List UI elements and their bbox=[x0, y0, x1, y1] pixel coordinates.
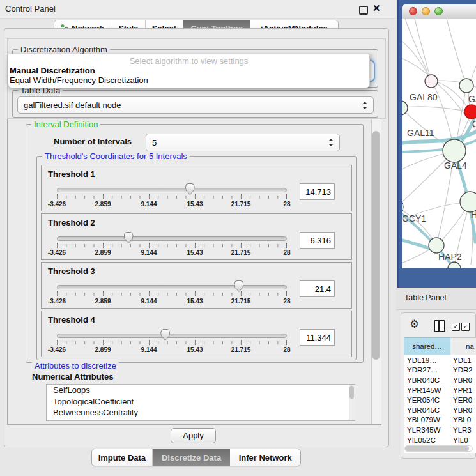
table-row[interactable]: YLR345WYLR3 bbox=[404, 425, 476, 435]
cell-shared-name[interactable]: YBR045C bbox=[404, 406, 450, 414]
tick-label: 21.715 bbox=[231, 249, 251, 256]
slider-track[interactable] bbox=[57, 188, 287, 192]
cell-shared-name[interactable]: YDR27… bbox=[404, 366, 450, 374]
slider-handle[interactable] bbox=[124, 232, 134, 243]
cell-shared-name[interactable]: YER054C bbox=[404, 396, 450, 404]
table-row[interactable]: YER054CYER0 bbox=[404, 395, 476, 405]
node-selected-red[interactable] bbox=[464, 105, 476, 119]
table-row[interactable]: YDL19…YDL1 bbox=[404, 355, 476, 365]
dropdown-option-manual[interactable]: Manual Discretization bbox=[10, 66, 95, 75]
attribute-list-item[interactable]: SelfLoops bbox=[47, 385, 355, 396]
cell-name[interactable]: YDL1 bbox=[450, 357, 476, 364]
table-row[interactable]: YBR045CYBR0 bbox=[404, 405, 476, 415]
table-row[interactable]: YBL079WYBL0 bbox=[404, 415, 476, 426]
slider-handle[interactable] bbox=[185, 183, 195, 195]
tick-label: 21.715 bbox=[231, 346, 251, 353]
number-of-intervals-combobox[interactable]: 5 bbox=[146, 134, 340, 151]
tab-infer-network[interactable]: Infer Network bbox=[230, 449, 300, 466]
node-label: GA bbox=[468, 94, 476, 104]
threshold-value-field[interactable]: 21.4 bbox=[300, 280, 335, 297]
slider-minor-ticks bbox=[57, 341, 287, 344]
tick-label: -3.426 bbox=[48, 298, 66, 305]
slider-tick-labels: -3.4262.8599.14415.4321.71528 bbox=[57, 298, 287, 305]
cell-name[interactable]: YLR3 bbox=[450, 426, 476, 434]
table-row[interactable]: YBR043CYBR0 bbox=[404, 375, 476, 385]
cell-name[interactable]: YIL0 bbox=[450, 436, 476, 444]
attributes-scrollbar-thumb[interactable] bbox=[349, 386, 354, 399]
node-attribute-table[interactable]: shared… na YDL19…YDL1YDR27…YDR2YBR043CYB… bbox=[404, 337, 476, 453]
threshold-label: Threshold 3 bbox=[48, 266, 95, 276]
close-traffic-light-icon[interactable] bbox=[409, 7, 417, 15]
network-canvas[interactable]: GAL80 GA C GAL11 GAL4 GCY1 H HAP2 bbox=[402, 19, 476, 268]
threshold-1-slider[interactable]: -3.4262.8599.14415.4321.71528 bbox=[57, 186, 287, 209]
gear-icon[interactable]: ⚙ bbox=[410, 318, 419, 331]
node-label: HAP2 bbox=[438, 252, 462, 262]
slider-handle[interactable] bbox=[160, 329, 170, 341]
cell-name[interactable]: YDR2 bbox=[450, 366, 476, 374]
cell-name[interactable]: YER0 bbox=[450, 396, 476, 404]
tab-impute-data[interactable]: Impute Data bbox=[92, 449, 153, 466]
tick-label: -3.426 bbox=[48, 249, 66, 256]
threshold-value-field[interactable]: 14.713 bbox=[300, 183, 335, 200]
node-top-right[interactable] bbox=[459, 79, 473, 93]
slider-track[interactable] bbox=[57, 285, 287, 289]
table-row[interactable]: YPR145WYPR1 bbox=[404, 385, 476, 395]
threshold-value-field[interactable]: 6.316 bbox=[300, 232, 335, 249]
node-hap2[interactable] bbox=[429, 238, 444, 253]
threshold-4-slider[interactable]: -3.4262.8599.14415.4321.71528 bbox=[57, 332, 287, 355]
network-window-titlebar[interactable] bbox=[402, 4, 476, 19]
tab-label: Discretize Data bbox=[162, 453, 221, 463]
network-graph: GAL80 GA C GAL11 GAL4 GCY1 H HAP2 bbox=[402, 19, 476, 268]
numerical-attributes-label: Numerical Attributes bbox=[32, 372, 113, 381]
node-gal11[interactable] bbox=[402, 101, 408, 115]
cell-name[interactable]: YBR0 bbox=[450, 406, 476, 414]
table-data-combobox[interactable]: galFiltered.sif default node bbox=[17, 96, 374, 114]
slider-track[interactable] bbox=[57, 334, 287, 338]
attribute-list-item[interactable]: BetweennessCentrality bbox=[47, 407, 355, 418]
column-header-name[interactable]: na bbox=[450, 337, 476, 355]
cell-shared-name[interactable]: YIL052C bbox=[404, 436, 450, 444]
threshold-3-slider[interactable]: -3.4262.8599.14415.4321.71528 bbox=[57, 283, 287, 306]
tick-label: 28 bbox=[283, 201, 290, 208]
cell-shared-name[interactable]: YBR043C bbox=[404, 376, 450, 384]
control-panel-titlebar: Control Panel ✕ bbox=[0, 0, 396, 19]
node-gal4[interactable] bbox=[443, 139, 466, 162]
split-view-icon[interactable] bbox=[434, 320, 445, 332]
slider-track[interactable] bbox=[57, 236, 287, 241]
numerical-attributes-list[interactable]: SelfLoopsTopologicalCoefficientBetweenne… bbox=[46, 384, 355, 421]
table-row[interactable]: YDR27…YDR2 bbox=[404, 365, 476, 376]
tick-label: -3.426 bbox=[48, 346, 66, 353]
float-window-icon[interactable] bbox=[359, 6, 368, 15]
cell-name[interactable]: YBL0 bbox=[450, 416, 476, 424]
threshold-value-field[interactable]: 11.344 bbox=[300, 329, 335, 346]
cell-name[interactable]: YBR0 bbox=[450, 376, 476, 384]
dropdown-option-equal-width[interactable]: Equal Width/Frequency Discretization bbox=[10, 75, 148, 85]
group-title: Threshold's Coordinates for 5 Intervals bbox=[42, 151, 190, 161]
column-header-shared-name[interactable]: shared… bbox=[404, 337, 450, 355]
node-gal80[interactable] bbox=[425, 75, 438, 88]
tick-label: 15.43 bbox=[187, 249, 203, 256]
tab-discretize-data[interactable]: Discretize Data bbox=[153, 449, 231, 466]
node-label: GCY1 bbox=[402, 213, 426, 224]
table-row[interactable]: YIL052CYIL0 bbox=[404, 435, 476, 445]
apply-button[interactable]: Apply bbox=[171, 428, 216, 443]
attribute-list-item[interactable]: TopologicalCoefficient bbox=[47, 396, 355, 408]
minimize-traffic-light-icon[interactable] bbox=[422, 7, 430, 15]
algorithm-dropdown-popup: Select algorithm to view settings Manual… bbox=[8, 54, 370, 88]
tick-label: 28 bbox=[283, 249, 290, 256]
close-icon[interactable]: ✕ bbox=[372, 3, 381, 14]
checkbox-icon[interactable]: ✓ bbox=[461, 323, 470, 331]
checkbox-icon[interactable]: ✓ bbox=[452, 323, 460, 331]
slider-handle[interactable] bbox=[234, 280, 243, 292]
panel-title: Control Panel bbox=[5, 0, 56, 18]
cell-name[interactable]: YPR1 bbox=[450, 387, 476, 394]
threshold-2-slider[interactable]: -3.4262.8599.14415.4321.71528 bbox=[57, 234, 287, 257]
table-horizontal-scrollbar-thumb[interactable] bbox=[405, 446, 469, 451]
tab-label: Infer Network bbox=[239, 453, 292, 463]
cell-shared-name[interactable]: YDL19… bbox=[404, 357, 450, 364]
vertical-scrollbar-thumb[interactable] bbox=[372, 131, 380, 360]
cell-shared-name[interactable]: YBL079W bbox=[404, 416, 450, 424]
zoom-traffic-light-icon[interactable] bbox=[434, 7, 443, 15]
cell-shared-name[interactable]: YLR345W bbox=[404, 426, 450, 434]
cell-shared-name[interactable]: YPR145W bbox=[404, 387, 450, 394]
